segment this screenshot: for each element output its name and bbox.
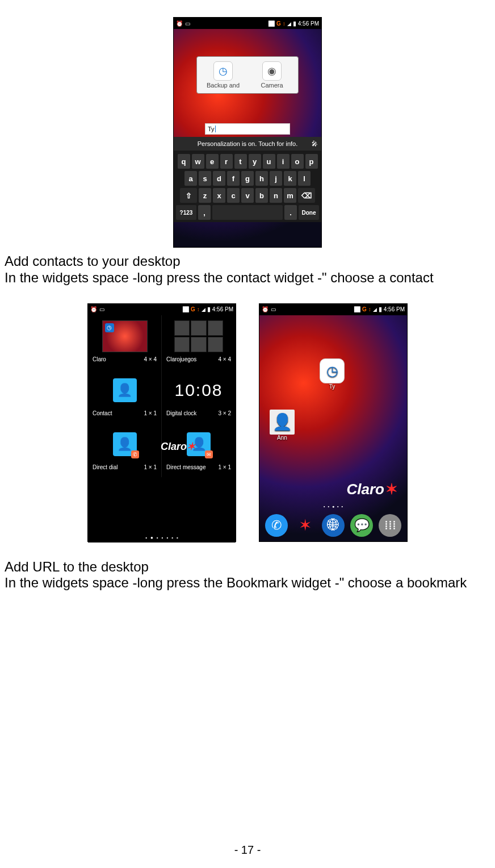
widget-meta: Direct message 1 × 1 xyxy=(165,463,232,470)
key-symbols[interactable]: ?123 xyxy=(176,205,196,220)
clock-value: 10:08 xyxy=(174,381,223,400)
instruction-heading-2: Add URL to the desktop xyxy=(5,559,490,575)
kb-row-3: ⇧ z x c v b n m ⌫ xyxy=(176,188,319,203)
key-shift[interactable]: ⇧ xyxy=(180,188,197,203)
star-icon: ✶ xyxy=(187,441,195,452)
key-b[interactable]: b xyxy=(255,188,268,203)
personalization-bar[interactable]: Personalization is on. Touch for info. 🎤… xyxy=(174,137,321,151)
key-g[interactable]: g xyxy=(241,171,254,186)
key-d[interactable]: d xyxy=(213,171,225,186)
key-i[interactable]: i xyxy=(277,154,290,169)
key-m[interactable]: m xyxy=(284,188,296,203)
widget-name: Claro xyxy=(93,356,106,362)
key-l[interactable]: l xyxy=(298,171,311,186)
wifi-icon xyxy=(182,306,189,312)
widget-size: 1 × 1 xyxy=(144,464,157,470)
dock-browser-icon[interactable]: 🌐︎ xyxy=(322,514,345,537)
key-c[interactable]: c xyxy=(227,188,240,203)
widget-size: 4 × 4 xyxy=(218,356,231,362)
widget-preview: 👤 xyxy=(91,372,158,409)
key-k[interactable]: k xyxy=(284,171,296,186)
sim-icon xyxy=(99,306,104,312)
key-backspace[interactable]: ⌫ xyxy=(298,188,315,203)
key-a[interactable]: a xyxy=(184,171,197,186)
widget-preview: 10:08 xyxy=(165,372,232,409)
result-camera[interactable]: ◉ Camera xyxy=(250,61,293,89)
widget-cell-claro[interactable]: ◷ Claro 4 × 4 xyxy=(88,315,162,369)
signal-icon xyxy=(202,306,205,312)
home-pager: ••●•• xyxy=(259,504,407,508)
key-r[interactable]: r xyxy=(220,154,233,169)
msg-badge-icon: ✉ xyxy=(205,450,213,458)
key-o[interactable]: o xyxy=(291,154,304,169)
brand-text: Claro xyxy=(347,481,384,498)
pager-dot-icon: • xyxy=(145,535,147,540)
info-text: Personalization is on. Touch for info. xyxy=(198,140,298,147)
key-q[interactable]: q xyxy=(178,154,190,169)
dock-apps-icon[interactable]: ⁞⁞⁞ xyxy=(379,514,401,537)
widget-preview: ◷ xyxy=(91,318,158,355)
key-w[interactable]: w xyxy=(192,154,204,169)
camera-icon: ◉ xyxy=(262,61,282,81)
widgets-grid: ◷ Claro 4 × 4 xyxy=(88,315,236,531)
pager-dot-icon: • xyxy=(157,535,158,540)
search-area: ◷ Backup and ◉ Camera Ty xyxy=(174,29,321,137)
widget-meta: Clarojuegos 4 × 4 xyxy=(165,355,232,362)
instruction-body-1: In the widgets space -long press the con… xyxy=(5,270,490,286)
key-z[interactable]: z xyxy=(199,188,211,203)
network-label: G xyxy=(362,306,367,312)
key-j[interactable]: j xyxy=(270,171,282,186)
status-right: G ↕ 4:56 PM xyxy=(354,306,405,313)
widget-preview xyxy=(165,318,232,355)
document-page: G ↕ 4:56 PM ◷ Backup and ◉ Camera xyxy=(0,0,495,868)
figure-row: G ↕ 4:56 PM ◷ Cl xyxy=(5,303,490,542)
grid-thumb xyxy=(174,320,223,352)
widget-name: Direct message xyxy=(166,464,205,470)
text-cursor-icon xyxy=(215,126,216,132)
key-n[interactable]: n xyxy=(270,188,282,203)
dock-phone-icon[interactable]: ✆ xyxy=(265,514,288,537)
key-t[interactable]: t xyxy=(234,154,247,169)
signal-icon xyxy=(287,20,291,27)
search-input[interactable]: Ty xyxy=(205,123,290,135)
pager-dot-icon: • xyxy=(171,535,173,540)
widget-pager: •●••••• xyxy=(88,535,236,540)
dock-claro-icon[interactable]: ✶ xyxy=(293,514,316,537)
key-e[interactable]: e xyxy=(206,154,219,169)
widget-cell-contact[interactable]: 👤 Contact 1 × 1 xyxy=(88,369,162,423)
brand-text: Claro xyxy=(161,441,187,452)
pager-dot-icon: • xyxy=(177,535,178,540)
pager-dot-icon: • xyxy=(166,535,168,540)
key-s[interactable]: s xyxy=(199,171,211,186)
widget-cell-direct-dial[interactable]: 👤✆ Direct dial 1 × 1 Claro✶ xyxy=(88,423,162,477)
widget-name: Contact xyxy=(93,410,112,416)
key-u[interactable]: u xyxy=(263,154,275,169)
kb-row-2: a s d f g h j k l xyxy=(176,171,319,186)
key-comma[interactable]: , xyxy=(198,205,211,220)
key-f[interactable]: f xyxy=(227,171,240,186)
key-space[interactable] xyxy=(212,205,283,220)
widget-cell-digital-clock[interactable]: 10:08 Digital clock 3 × 2 xyxy=(162,369,236,423)
pager-dot-icon: ● xyxy=(332,504,334,508)
home-icon-clock[interactable]: ◷ Ty xyxy=(320,358,345,390)
icon-label: Ty xyxy=(329,383,335,390)
home-screen: ◷ Ty 👤 Ann Claro✶ ••●•• ✆ ✶ 🌐︎ 💬 xyxy=(259,315,407,542)
key-done[interactable]: Done xyxy=(299,205,319,220)
brand-overlay: Claro✶ xyxy=(161,440,195,453)
mic-icon[interactable]: 🎤︎ xyxy=(312,140,318,147)
phone-badge-icon: ✆ xyxy=(131,450,139,458)
key-dot[interactable]: . xyxy=(284,205,297,220)
result-label: Backup and xyxy=(207,82,240,89)
network-arrows-icon: ↕ xyxy=(368,306,371,312)
key-v[interactable]: v xyxy=(241,188,254,203)
claro-thumb: ◷ xyxy=(102,320,148,352)
home-icon-contact[interactable]: 👤 Ann xyxy=(270,410,295,441)
dock-messages-icon[interactable]: 💬 xyxy=(350,514,373,537)
widget-cell-clarojuegos[interactable]: Clarojuegos 4 × 4 xyxy=(162,315,236,369)
key-x[interactable]: x xyxy=(213,188,225,203)
key-p[interactable]: p xyxy=(305,154,318,169)
key-h[interactable]: h xyxy=(255,171,268,186)
pager-dot-icon: • xyxy=(328,504,329,508)
result-backup[interactable]: ◷ Backup and xyxy=(202,61,245,89)
key-y[interactable]: y xyxy=(249,154,261,169)
